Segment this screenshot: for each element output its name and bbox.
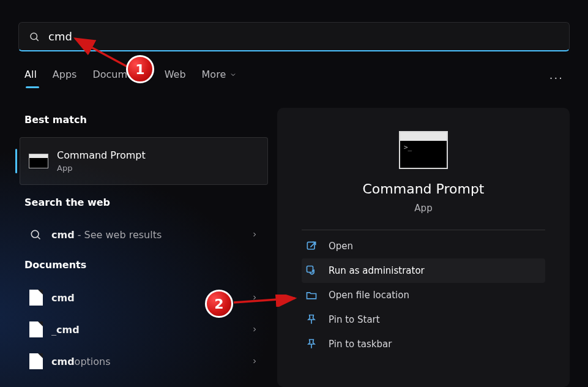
document-bold: cmd: [51, 356, 75, 367]
chevron-down-icon: [229, 71, 237, 78]
annotation-badge-1: 1: [126, 55, 154, 83]
tab-web-label: Web: [165, 69, 186, 80]
divider: [302, 230, 545, 230]
action-pin-to-start[interactable]: Pin to Start: [302, 307, 545, 332]
document-bold: cmd: [51, 292, 75, 304]
svg-rect-5: [307, 266, 313, 272]
tab-more[interactable]: More: [202, 69, 237, 88]
shield-admin-icon: [305, 265, 318, 277]
tab-apps-label: Apps: [53, 69, 77, 80]
svg-line-1: [36, 39, 38, 40]
document-label: _cmd: [51, 324, 251, 336]
svg-point-2: [31, 230, 39, 238]
section-best-match: Best match: [24, 114, 87, 126]
annotation-badge-2: 2: [205, 290, 233, 318]
search-box[interactable]: [18, 22, 570, 51]
action-open[interactable]: Open: [302, 234, 545, 258]
preview-title: Command Prompt: [302, 181, 545, 197]
search-icon: [29, 31, 40, 42]
tab-all-label: All: [24, 69, 37, 80]
search-input[interactable]: [48, 30, 559, 43]
action-open-label: Open: [329, 241, 353, 252]
chevron-right-icon: [251, 294, 258, 301]
chevron-right-icon: [251, 358, 258, 365]
svg-point-0: [31, 33, 37, 40]
document-row-_cmd[interactable]: _cmd: [20, 314, 268, 345]
svg-line-3: [38, 237, 40, 239]
filter-tabs: All Apps Documents Web More ···: [24, 69, 570, 88]
web-result-label: cmd - See web results: [51, 229, 251, 241]
tab-all[interactable]: All: [24, 69, 37, 88]
badge-1-label: 1: [135, 62, 144, 77]
document-icon: [29, 321, 43, 337]
document-icon: [29, 353, 43, 369]
open-icon: [305, 240, 318, 252]
section-documents: Documents: [24, 259, 86, 271]
tab-web[interactable]: Web: [165, 69, 186, 88]
document-row-cmdoptions[interactable]: cmdoptions: [20, 346, 268, 377]
action-openloc-label: Open file location: [329, 290, 409, 301]
chevron-right-icon: [251, 326, 258, 333]
tab-apps[interactable]: Apps: [53, 69, 77, 88]
best-match-result[interactable]: Command Prompt App: [20, 137, 268, 185]
overflow-button[interactable]: ···: [549, 72, 570, 85]
section-search-web: Search the web: [24, 197, 110, 208]
action-pintask-label: Pin to taskbar: [329, 339, 392, 350]
action-open-file-location[interactable]: Open file location: [302, 283, 545, 307]
command-prompt-icon: [399, 131, 448, 169]
preview-type: App: [302, 203, 545, 214]
search-icon: [29, 228, 42, 241]
document-icon: [29, 290, 43, 306]
web-result-bold: cmd: [51, 229, 75, 241]
svg-rect-4: [307, 242, 314, 249]
document-label: cmdoptions: [51, 356, 251, 367]
best-match-title: Command Prompt: [57, 149, 146, 161]
best-match-subtitle: App: [57, 163, 146, 173]
pin-icon: [305, 314, 318, 326]
action-runadmin-label: Run as administrator: [329, 265, 425, 276]
document-pre: _: [51, 324, 56, 336]
badge-2-label: 2: [214, 296, 223, 312]
web-result-rest: - See web results: [75, 229, 162, 241]
pin-icon: [305, 338, 318, 350]
action-run-as-administrator[interactable]: Run as administrator: [302, 258, 545, 283]
action-pin-to-taskbar[interactable]: Pin to taskbar: [302, 332, 545, 356]
tab-more-label: More: [202, 69, 226, 80]
action-pinstart-label: Pin to Start: [329, 314, 380, 325]
preview-panel: Command Prompt App Open Run as administr…: [277, 108, 570, 387]
chevron-right-icon: [251, 231, 258, 238]
web-result-row[interactable]: cmd - See web results: [20, 219, 268, 250]
document-bold: cmd: [56, 324, 80, 336]
document-rest: options: [75, 356, 111, 367]
command-prompt-icon: [29, 154, 48, 168]
folder-icon: [305, 289, 318, 301]
